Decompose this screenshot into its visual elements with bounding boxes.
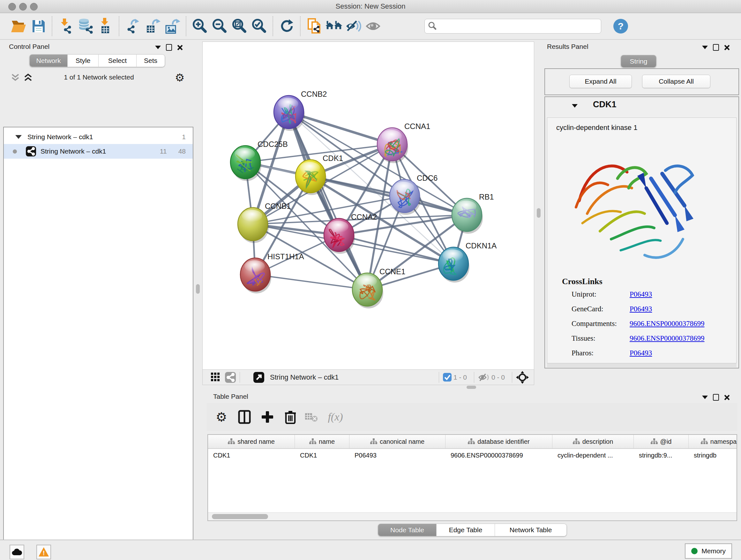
table-cell[interactable]: stringdb [689,452,737,459]
zoom-fit-button[interactable] [230,17,250,36]
results-panel-collapse-icon[interactable] [702,46,708,49]
network-node-cdc25b[interactable]: CDC25B [230,140,288,181]
help-button[interactable]: ? [613,19,628,34]
column-header-shared-name[interactable]: shared name [208,435,295,448]
network-node-rb1[interactable]: RB1 [452,192,494,234]
hide-selected-button[interactable] [344,17,364,36]
results-scrollbar-track[interactable] [547,363,737,367]
table-scrollbar-thumb[interactable] [212,514,268,519]
network-row[interactable]: String Network – cdk1 11 48 [4,144,193,159]
table-options-button[interactable]: ⚙ [210,407,233,427]
fit-selected-crosshair-icon[interactable] [516,371,529,384]
bottom-splitter-handle[interactable] [467,386,476,389]
network-node-hist1h1a[interactable]: HIST1H1A [240,252,304,294]
node-details-expander-icon[interactable] [572,104,578,108]
tab-network-table[interactable]: Network Table [495,523,567,537]
network-collection-row[interactable]: String Network – cdk1 1 [4,130,193,144]
plus-icon [261,411,274,423]
crosslink-uniprot-link[interactable]: P06493 [630,290,652,299]
tab-style[interactable]: Style [68,54,98,67]
column-header-label: database identifier [477,438,529,445]
network-node-cdk1[interactable]: CDK1 [295,154,343,195]
table-panel-float-icon[interactable] [713,394,719,401]
export-table-button[interactable] [143,17,163,36]
selected-checkbox-icon[interactable] [443,373,452,381]
crosslink-tissues-link[interactable]: 9606.ENSP00000378699 [630,334,704,343]
column-header-name[interactable]: name [295,435,349,448]
table-cell[interactable]: P06493 [349,452,446,459]
table-cell[interactable]: CDK1 [295,452,349,459]
zoom-selected-button[interactable] [250,17,269,36]
tab-node-table[interactable]: Node Table [378,523,436,537]
table-scrollbar-track[interactable] [208,512,737,520]
table-cell[interactable]: cyclin-dependent ... [552,452,634,459]
zoom-fit-icon [233,20,245,32]
network-edge[interactable] [255,274,367,290]
table-panel-collapse-icon[interactable] [702,395,708,399]
save-session-button[interactable] [29,17,49,36]
network-node-cdkn1a[interactable]: CDKN1A [439,241,496,283]
collapse-all-button[interactable]: Collapse All [642,75,711,88]
show-columns-button[interactable] [233,407,256,427]
network-options-gear-icon[interactable]: ⚙ [175,72,185,83]
show-all-button[interactable] [364,17,384,36]
expand-all-button[interactable]: Expand All [569,75,632,88]
tab-sets[interactable]: Sets [137,54,165,67]
results-panel-close-icon[interactable] [724,45,730,51]
column-header--id[interactable]: @id [634,435,689,448]
table-panel-close-icon[interactable] [724,395,730,400]
left-splitter-handle[interactable] [196,284,200,294]
import-network-from-database-button[interactable] [76,17,96,36]
tab-select[interactable]: Select [98,54,137,67]
network-edge[interactable] [289,112,367,290]
open-in-window-icon[interactable] [253,372,264,383]
tab-label: Sets [144,57,157,64]
window-zoom-button[interactable] [30,3,38,10]
export-network-button[interactable] [123,17,143,36]
network-overview-icon[interactable] [225,372,236,383]
column-header-database-identifier[interactable]: database identifier [446,435,552,448]
control-panel-collapse-icon[interactable] [155,46,161,49]
node-label: CCNA2 [351,212,377,221]
memory-button[interactable]: Memory [685,543,732,559]
network-canvas[interactable]: CCNB2CCNA1CDC25BCDK1CDC6RB1CCNB1CCNA2CDK… [202,42,534,370]
tab-edge-table[interactable]: Edge Table [436,523,495,537]
import-table-button[interactable] [96,17,116,36]
zoom-in-button[interactable] [190,17,210,36]
apply-style-button[interactable] [277,17,297,36]
tab-network[interactable]: Network [29,54,68,67]
network-node-ccna1[interactable]: CCNA1 [377,122,430,163]
column-header-canonical-name[interactable]: canonical name [349,435,446,448]
create-column-button[interactable] [256,407,279,427]
delete-table-button [302,407,321,427]
crosslink-pharos-link[interactable]: P06493 [630,349,652,357]
tab-string[interactable]: String [621,55,657,68]
results-panel-float-icon[interactable] [713,44,719,51]
crosslink-genecard-link[interactable]: P06493 [630,305,652,313]
expander-icon[interactable] [15,135,22,139]
window-minimize-button[interactable] [19,3,27,10]
control-panel-close-icon[interactable] [177,45,183,51]
search-input[interactable] [424,19,601,34]
zoom-out-button[interactable] [210,17,230,36]
warnings-button[interactable]: ! [37,545,51,559]
open-session-button[interactable] [9,17,29,36]
table-row[interactable]: CDK1CDK1P064939606.ENSP00000378699cyclin… [208,449,737,462]
home-button[interactable] [324,17,344,36]
table-cell[interactable]: CDK1 [208,452,295,459]
delete-column-button[interactable] [279,407,302,427]
clone-network-button[interactable] [305,17,324,36]
column-header-namespace[interactable]: namespace [689,435,737,448]
import-network-button[interactable] [56,17,76,36]
export-image-button[interactable] [163,17,183,36]
cloud-status-button[interactable] [10,545,24,559]
table-cell[interactable]: 9606.ENSP00000378699 [446,452,552,459]
window-close-button[interactable] [8,3,16,10]
right-splitter-handle[interactable] [537,208,541,218]
control-panel-float-icon[interactable] [166,44,172,51]
network-node-ccnb2[interactable]: CCNB2 [274,90,327,131]
crosslink-compartments-link[interactable]: 9606.ENSP00000378699 [630,320,704,328]
column-header-description[interactable]: description [552,435,634,448]
birds-eye-view-icon[interactable] [211,373,220,382]
table-cell[interactable]: stringdb:9... [634,452,689,459]
